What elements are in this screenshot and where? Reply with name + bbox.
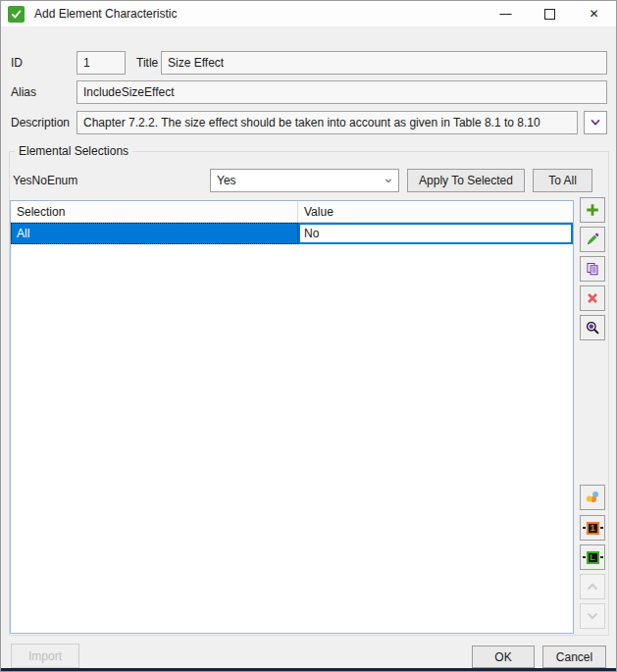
close-button[interactable]: ✕ [572,1,616,26]
selection-cell[interactable]: All [11,223,298,244]
title-bar: Add Element Characteristic — ✕ [1,1,616,26]
yesnoenum-dropdown[interactable]: Yes [210,169,399,192]
move-up-button [580,574,605,599]
import-button: Import [11,644,79,668]
copy-button[interactable] [580,256,605,282]
number-tag-icon: 1 [583,522,603,535]
selections-table: Selection Value All No [10,200,574,634]
close-icon: ✕ [589,7,598,21]
yesnoenum-label: YesNoEnum [13,169,77,192]
chevron-down-icon [383,175,394,186]
window-title: Add Element Characteristic [34,7,177,21]
minimize-icon: — [500,7,512,21]
number-tag-button[interactable]: 1 [580,515,605,541]
spheres-button[interactable] [580,485,605,510]
id-label: ID [11,51,23,75]
add-button[interactable] [580,197,605,223]
title-label: Title [136,51,158,75]
description-field[interactable]: Chapter 7.2.2. The size effect should be… [77,111,578,134]
add-element-characteristic-dialog: Add Element Characteristic — ✕ ID 1 Titl… [0,0,617,672]
green-checkmark-icon [8,6,25,23]
description-label: Description [11,111,70,134]
table-row[interactable]: All No [11,223,573,244]
magnifier-icon [585,320,600,336]
description-expand-button[interactable] [584,111,607,134]
column-header-value[interactable]: Value [298,201,573,222]
apply-to-selected-button[interactable]: Apply To Selected [407,169,525,192]
yesnoenum-value: Yes [217,174,236,187]
cancel-button[interactable]: Cancel [542,646,606,668]
bottom-edge-strip [1,668,616,672]
window-controls: — ✕ [484,1,616,26]
move-down-button [580,603,605,629]
edit-button[interactable] [580,227,605,252]
to-all-button[interactable]: To All [533,169,592,192]
group-label: Elemental Selections [15,144,132,158]
alias-field[interactable]: IncludeSizeEffect [77,80,607,104]
copy-icon [585,261,600,277]
table-header: Selection Value [11,201,573,223]
add-plus-icon [585,202,600,218]
column-header-selection[interactable]: Selection [11,201,298,222]
title-field[interactable]: Size Effect [161,51,607,75]
id-field[interactable]: 1 [77,51,126,75]
colored-spheres-icon [585,490,600,505]
edit-pencil-icon [585,232,600,247]
search-button[interactable] [580,315,605,340]
maximize-icon [544,9,555,20]
maximize-button[interactable] [528,1,572,26]
value-cell-editor[interactable]: No [298,223,573,244]
delete-button[interactable] [580,285,605,311]
label-tag-button[interactable]: L [580,544,605,570]
move-up-chevron-icon [585,579,600,594]
label-tag-icon: L [583,551,603,564]
delete-x-icon [585,290,600,306]
minimize-button[interactable]: — [484,1,528,26]
alias-label: Alias [11,80,36,104]
move-down-chevron-icon [585,608,600,624]
chevron-down-icon [589,116,602,129]
ok-button[interactable]: OK [472,646,535,668]
